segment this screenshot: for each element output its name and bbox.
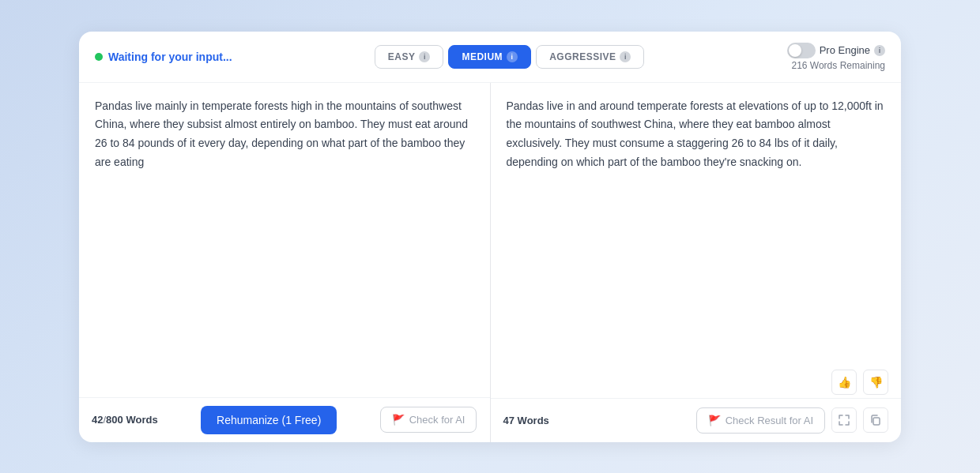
check-result-button[interactable]: 🚩 Check Result for AI — [696, 407, 825, 434]
status-text: Waiting for your input... — [108, 51, 232, 63]
aggressive-mode-button[interactable]: AGGRESSIVE i — [536, 45, 644, 69]
main-card: Waiting for your input... EASY i MEDIUM … — [79, 32, 901, 442]
pro-engine-info-icon: i — [874, 45, 885, 56]
easy-mode-button[interactable]: EASY i — [375, 45, 444, 69]
left-panel: Pandas live mainly in temperate forests … — [79, 83, 491, 442]
right-panel: Pandas live in and around temperate fore… — [491, 83, 902, 442]
medium-mode-button[interactable]: MEDIUM i — [448, 45, 531, 69]
right-text-content: Pandas live in and around temperate fore… — [491, 83, 902, 363]
left-text-content[interactable]: Pandas live mainly in temperate forests … — [79, 83, 490, 397]
copy-icon — [870, 415, 881, 426]
right-word-count: 47 Words — [503, 415, 549, 426]
pro-engine-toggle[interactable] — [787, 43, 816, 58]
thumbup-button[interactable]: 👍 — [831, 370, 857, 395]
words-remaining: 216 Words Remaining — [791, 60, 885, 71]
left-panel-footer: 42/800 Words Rehumanize (1 Free) 🚩 Check… — [79, 397, 490, 442]
medium-info-icon: i — [507, 51, 518, 62]
easy-info-icon: i — [419, 51, 430, 62]
check-result-flag-icon: 🚩 — [708, 415, 721, 426]
pro-engine-label: Pro Engine i — [787, 43, 885, 58]
copy-button[interactable] — [863, 407, 888, 433]
content-area: Pandas live mainly in temperate forests … — [79, 83, 901, 442]
aggressive-info-icon: i — [620, 51, 631, 62]
thumbdown-button[interactable]: 👎 — [863, 370, 888, 395]
left-word-count: 42/800 Words — [92, 414, 158, 426]
check-for-ai-button[interactable]: 🚩 Check for AI — [380, 407, 477, 433]
right-bottom: 👍 👎 47 Words 🚩 Check Result for AI — [491, 363, 902, 442]
mode-buttons: EASY i MEDIUM i AGGRESSIVE i — [375, 45, 645, 69]
rehumanize-button[interactable]: Rehumanize (1 Free) — [201, 406, 337, 434]
right-footer-actions: 🚩 Check Result for AI — [696, 407, 888, 434]
svg-rect-0 — [873, 418, 880, 425]
expand-icon — [839, 415, 850, 426]
right-panel-footer: 47 Words 🚩 Check Result for AI — [491, 398, 902, 442]
expand-button[interactable] — [831, 407, 857, 433]
thumb-row: 👍 👎 — [491, 363, 902, 398]
check-ai-flag-icon: 🚩 — [392, 414, 405, 426]
status-dot — [95, 53, 103, 61]
status-indicator: Waiting for your input... — [95, 51, 232, 63]
top-bar: Waiting for your input... EASY i MEDIUM … — [79, 32, 901, 83]
pro-engine-area: Pro Engine i 216 Words Remaining — [787, 43, 885, 71]
